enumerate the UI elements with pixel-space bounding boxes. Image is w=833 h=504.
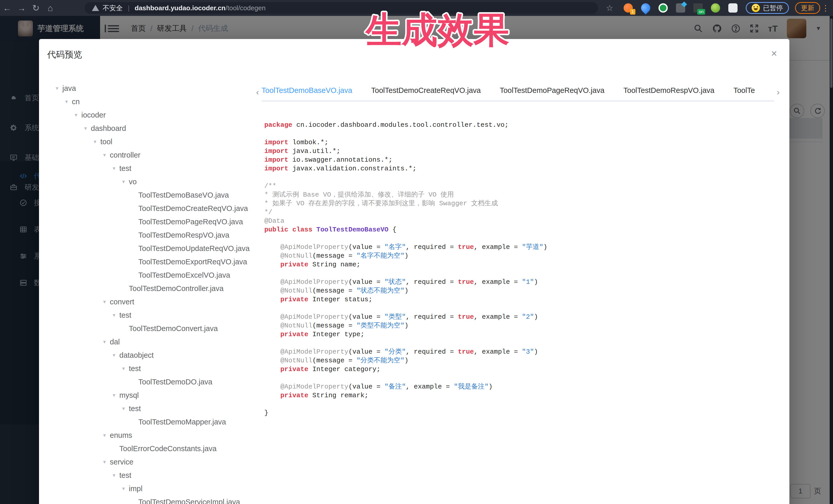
tree-folder[interactable]: ▾enums [39, 429, 257, 442]
extension-icon-green-circle[interactable] [659, 3, 668, 13]
bookmark-star-icon[interactable]: ☆ [606, 3, 613, 13]
tab-file-4[interactable]: ToolTestDemoRespVO.java [623, 86, 714, 102]
tree-node-label: ToolTestDemoExcelVO.java [138, 271, 230, 280]
tree-caret-icon[interactable]: ▾ [103, 299, 110, 305]
browser-scrollbar[interactable] [830, 16, 833, 504]
extension-icon-drop[interactable] [639, 2, 652, 15]
tree-folder[interactable]: ▾test [39, 309, 257, 322]
tree-file[interactable]: ToolTestDemoPageReqVO.java [39, 215, 257, 229]
tree-folder[interactable]: ▾vo [39, 175, 257, 188]
tree-folder[interactable]: ▾impl [39, 482, 257, 495]
tree-node-label: ToolTestDemoExportReqVO.java [138, 258, 247, 266]
extension-icon-grid[interactable] [676, 3, 685, 13]
code-line: /** [264, 182, 778, 190]
code-line: package cn.iocoder.dashboard.modules.too… [264, 121, 778, 129]
tree-caret-icon[interactable]: ▾ [84, 125, 91, 131]
tree-caret-icon[interactable]: ▾ [122, 405, 129, 412]
tree-caret-icon[interactable]: ▾ [113, 392, 119, 398]
tree-caret-icon[interactable]: ▾ [56, 85, 62, 91]
tree-node-label: test [129, 404, 141, 413]
tree-file[interactable]: ToolTestDemoConvert.java [39, 322, 257, 335]
tabs-chevron-right-icon[interactable]: › [774, 87, 780, 102]
tree-file[interactable]: ToolTestDemoController.java [39, 282, 257, 295]
tree-caret-icon[interactable]: ▾ [75, 112, 81, 118]
tab-file-3[interactable]: ToolTestDemoPageReqVO.java [500, 86, 604, 102]
code-line [264, 129, 778, 138]
tree-folder[interactable]: ▾test [39, 469, 257, 482]
tree-folder[interactable]: ▾dal [39, 335, 257, 349]
code-line: @NotNull(message = "类型不能为空") [264, 321, 778, 330]
profile-paused-chip[interactable]: 已暂停 [746, 2, 789, 14]
tree-caret-icon[interactable]: ▾ [103, 432, 110, 438]
address-bar[interactable]: 不安全 | dashboard.yudao.iocoder.cn /tool/c… [85, 2, 598, 14]
browser-chrome: ← → ↻ ⌂ 不安全 | dashboard.yudao.iocoder.cn… [0, 0, 833, 16]
browser-back-icon[interactable]: ← [0, 3, 15, 13]
tree-caret-icon[interactable]: ▾ [113, 472, 119, 478]
tree-folder[interactable]: ▾convert [39, 295, 257, 309]
tabs-chevron-left-icon[interactable]: ‹ [256, 87, 262, 102]
tree-node-label: test [129, 364, 141, 373]
code-line [264, 339, 778, 347]
tree-folder[interactable]: ▾java [39, 81, 257, 95]
tree-node-label: test [119, 164, 132, 173]
tree-caret-icon[interactable]: ▾ [94, 139, 100, 145]
tree-file[interactable]: ToolTestDemoMapper.java [39, 415, 257, 429]
tree-node-label: ToolTestDemoPageReqVO.java [138, 218, 243, 226]
tab-file-1[interactable]: ToolTestDemoBaseVO.java [262, 86, 352, 102]
tree-caret-icon[interactable]: ▾ [122, 365, 129, 371]
extension-icon-sprout[interactable] [711, 3, 720, 13]
tree-file[interactable]: ToolTestDemoServiceImpl.java [39, 495, 257, 504]
tree-caret-icon[interactable]: ▾ [122, 178, 129, 185]
tree-folder[interactable]: ▾test [39, 162, 257, 175]
code-line: @ApiModelProperty(value = "状态", required… [264, 278, 778, 286]
tree-folder[interactable]: ▾test [39, 402, 257, 415]
tree-caret-icon[interactable]: ▾ [103, 152, 110, 158]
tree-node-label: cn [72, 97, 80, 106]
tree-caret-icon[interactable]: ▾ [103, 459, 110, 465]
extension-icon-recorder[interactable]: on [693, 3, 703, 13]
tree-folder[interactable]: ▾service [39, 455, 257, 469]
tree-caret-icon[interactable]: ▾ [122, 485, 129, 492]
browser-home-icon[interactable]: ⌂ [43, 3, 57, 13]
tree-file[interactable]: ToolTestDemoUpdateReqVO.java [39, 242, 257, 255]
tree-file[interactable]: ToolTestDemoRespVO.java [39, 229, 257, 242]
code-viewer[interactable]: package cn.iocoder.dashboard.modules.too… [264, 121, 778, 417]
tree-folder[interactable]: ▾tool [39, 135, 257, 148]
tree-caret-icon[interactable]: ▾ [113, 312, 119, 318]
tree-caret-icon[interactable]: ▾ [103, 339, 110, 345]
tree-folder[interactable]: ▾cn [39, 95, 257, 108]
browser-forward-icon[interactable]: → [15, 3, 29, 13]
tree-caret-icon[interactable]: ▾ [113, 165, 119, 171]
browser-scrollbar-thumb[interactable] [830, 19, 832, 88]
tree-folder[interactable]: ▾test [39, 362, 257, 375]
modal-title: 代码预览 [47, 49, 82, 61]
tree-caret-icon[interactable]: ▾ [65, 99, 72, 105]
tree-file[interactable]: ToolErrorCodeConstants.java [39, 442, 257, 455]
tree-file[interactable]: ToolTestDemoBaseVO.java [39, 188, 257, 202]
tree-folder[interactable]: ▾dashboard [39, 122, 257, 135]
browser-reload-icon[interactable]: ↻ [29, 3, 43, 13]
tab-file-5[interactable]: ToolTe [733, 86, 755, 102]
tree-node-label: test [119, 311, 132, 319]
tree-file[interactable]: ToolTestDemoCreateReqVO.java [39, 202, 257, 215]
tree-file[interactable]: ToolTestDemoDO.java [39, 375, 257, 388]
code-line [264, 304, 778, 313]
tree-file[interactable]: ToolTestDemoExcelVO.java [39, 268, 257, 282]
browser-menu-kebab-icon[interactable]: ⋮ [822, 4, 829, 13]
tab-file-2[interactable]: ToolTestDemoCreateReqVO.java [371, 86, 481, 102]
extensions-puzzle-icon[interactable] [728, 3, 738, 13]
tree-file[interactable]: ToolTestDemoExportReqVO.java [39, 255, 257, 268]
code-line: @ApiModelProperty(value = "类型", required… [264, 313, 778, 321]
tree-node-label: impl [129, 484, 142, 493]
tree-folder[interactable]: ▾controller [39, 148, 257, 162]
extension-icon-orange[interactable]: 1 [624, 3, 633, 13]
tree-caret-icon[interactable]: ▾ [113, 352, 119, 358]
tree-folder[interactable]: ▾iocoder [39, 108, 257, 122]
tree-folder[interactable]: ▾dataobject [39, 349, 257, 362]
code-line [264, 269, 778, 278]
tree-folder[interactable]: ▾mysql [39, 388, 257, 402]
tree-node-label: dataobject [119, 351, 154, 360]
browser-update-button[interactable]: 更新 [795, 2, 820, 14]
close-icon[interactable]: × [771, 48, 777, 58]
tree-node-label: iocoder [81, 111, 106, 119]
